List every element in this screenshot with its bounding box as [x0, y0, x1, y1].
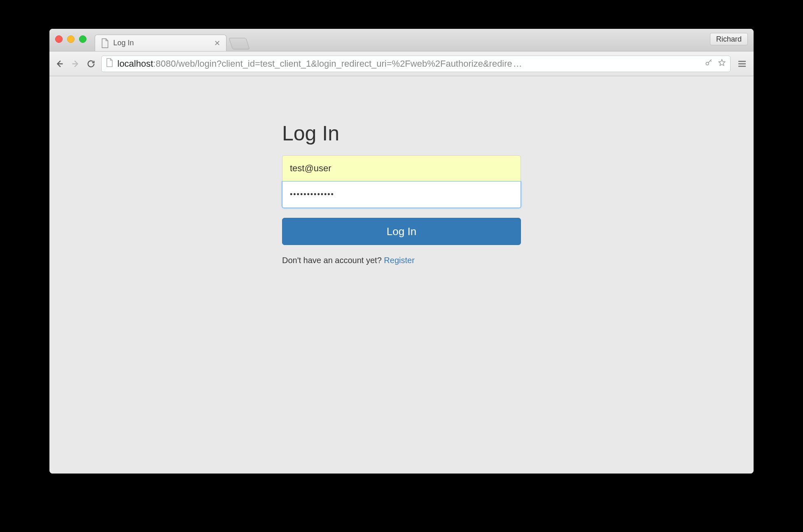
tab-title: Log In	[113, 39, 134, 47]
browser-window: Log In ✕ Richard localhost:8080/web/logi…	[49, 29, 754, 474]
new-tab-button[interactable]	[229, 38, 250, 49]
page-viewport: Log In Log In Don't have an account yet?…	[49, 76, 754, 474]
nav-back-button[interactable]	[54, 58, 65, 69]
browser-tab-active[interactable]: Log In ✕	[95, 35, 226, 51]
toolbar: localhost:8080/web/login?client_id=test_…	[49, 51, 754, 76]
menu-button[interactable]	[735, 57, 749, 70]
window-minimize-button[interactable]	[67, 35, 75, 43]
url-host: localhost	[117, 58, 153, 69]
login-button[interactable]: Log In	[282, 218, 521, 245]
window-zoom-button[interactable]	[79, 35, 86, 43]
svg-point-0	[706, 62, 709, 65]
url-path: :8080/web/login?client_id=test_client_1&…	[153, 58, 512, 69]
bookmark-star-icon[interactable]	[718, 58, 726, 69]
file-icon	[101, 38, 109, 48]
page-title: Log In	[282, 121, 521, 145]
password-key-icon[interactable]	[705, 58, 713, 69]
username-field[interactable]	[282, 155, 521, 182]
titlebar: Log In ✕ Richard	[49, 29, 754, 51]
profile-button[interactable]: Richard	[710, 33, 748, 45]
tabstrip: Log In ✕	[95, 29, 248, 51]
nav-reload-button[interactable]	[86, 58, 96, 69]
window-controls	[55, 35, 86, 43]
window-close-button[interactable]	[55, 35, 63, 43]
nav-forward-button[interactable]	[70, 58, 81, 69]
login-form: Log In Log In Don't have an account yet?…	[282, 121, 521, 474]
password-field[interactable]	[282, 182, 521, 208]
address-bar[interactable]: localhost:8080/web/login?client_id=test_…	[101, 56, 731, 72]
tab-close-button[interactable]: ✕	[206, 40, 220, 47]
signup-prompt: Don't have an account yet? Register	[282, 256, 521, 265]
signup-prompt-text: Don't have an account yet?	[282, 256, 384, 265]
url-truncation: …	[513, 58, 522, 69]
file-icon	[106, 58, 113, 70]
register-link[interactable]: Register	[384, 256, 414, 265]
